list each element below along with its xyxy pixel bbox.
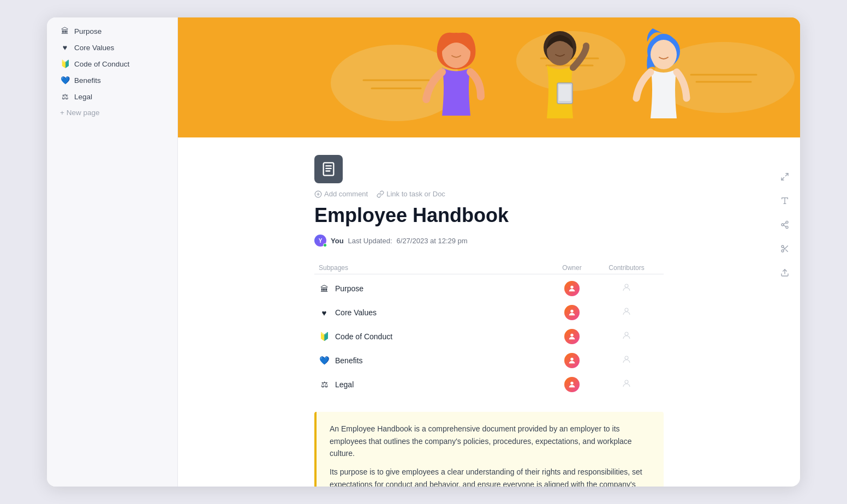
add-comment-label: Add comment (324, 190, 368, 198)
sidebar-item-code-of-conduct[interactable]: 🔰 Code of Conduct (51, 56, 173, 71)
info-paragraph-1: An Employee Handbook is a comprehensive … (330, 423, 651, 459)
subpage-label: Purpose (335, 284, 363, 293)
sidebar-label-purpose: Purpose (74, 27, 102, 35)
svg-line-44 (784, 223, 786, 224)
author-name: You (331, 237, 344, 245)
doc-area: Add comment Link to task or Doc Employee… (293, 155, 685, 487)
sidebar: 🏛 Purpose ♥ Core Values 🔰 Code of Conduc… (47, 17, 178, 487)
main-content: Add comment Link to task or Doc Employee… (178, 17, 800, 487)
sidebar-item-benefits[interactable]: 💙 Benefits (51, 73, 173, 88)
hero-illustration (178, 17, 800, 137)
svg-point-27 (625, 284, 628, 287)
contributor-placeholder (622, 379, 631, 391)
status-dot (323, 243, 327, 247)
svg-point-35 (625, 380, 628, 383)
share-icon[interactable] (778, 218, 791, 233)
subpage-name: ♥ Core Values (319, 308, 550, 317)
legal-icon: ⚖ (60, 92, 70, 101)
info-paragraph-2: Its purpose is to give employees a clear… (330, 466, 651, 487)
subpage-icon: 🏛 (319, 284, 330, 293)
contributor-placeholder (622, 331, 631, 343)
subpage-contributors (594, 355, 659, 367)
table-row[interactable]: 💙 Benefits (314, 349, 664, 373)
svg-point-18 (651, 40, 677, 69)
subpage-owner (550, 281, 594, 296)
add-comment-button[interactable]: Add comment (314, 190, 368, 198)
subpage-name: ⚖ Legal (319, 380, 550, 389)
contributor-placeholder (622, 283, 631, 295)
sidebar-label-benefits: Benefits (74, 76, 101, 85)
svg-line-48 (786, 250, 788, 252)
svg-point-16 (583, 43, 589, 49)
subpage-label: Legal (335, 380, 354, 389)
contributor-placeholder (622, 355, 631, 367)
svg-point-31 (625, 332, 628, 335)
svg-point-32 (570, 358, 573, 361)
sidebar-label-code-of-conduct: Code of Conduct (74, 60, 129, 68)
sidebar-label-legal: Legal (74, 93, 92, 101)
table-row[interactable]: ⚖ Legal (314, 373, 664, 397)
subpage-owner (550, 377, 594, 392)
contributors-col-header: Contributors (594, 264, 659, 272)
sidebar-label-core-values: Core Values (74, 44, 114, 52)
author-avatar: Y (314, 235, 326, 247)
subpage-icon: 🔰 (319, 332, 330, 341)
owner-avatar (564, 329, 580, 344)
svg-point-29 (625, 308, 628, 311)
table-row[interactable]: ♥ Core Values (314, 301, 664, 325)
subpage-owner (550, 329, 594, 344)
doc-icon-block (314, 155, 664, 183)
svg-line-43 (784, 225, 786, 227)
table-row[interactable]: 🏛 Purpose (314, 277, 664, 301)
new-page-button[interactable]: + New page (51, 105, 173, 120)
cut-icon[interactable] (778, 242, 791, 257)
doc-meta: Y You Last Updated: 6/27/2023 at 12:29 p… (314, 235, 664, 247)
purpose-icon: 🏛 (60, 27, 70, 35)
svg-point-26 (570, 286, 573, 289)
subpage-name: 🏛 Purpose (319, 284, 550, 293)
table-row[interactable]: 🔰 Code of Conduct (314, 325, 664, 349)
link-label: Link to task or Doc (386, 190, 445, 198)
svg-line-37 (782, 177, 784, 180)
svg-line-49 (783, 247, 785, 249)
sidebar-item-purpose[interactable]: 🏛 Purpose (51, 23, 173, 39)
upload-icon[interactable] (778, 266, 791, 281)
link-to-task-button[interactable]: Link to task or Doc (377, 190, 445, 198)
contributor-placeholder (622, 307, 631, 319)
subpages-rows: 🏛 Purpose ♥ Core Values (314, 277, 664, 397)
subpages-col-header: Subpages (319, 264, 550, 272)
doc-title: Employee Handbook (314, 203, 664, 227)
expand-icon[interactable] (778, 170, 791, 185)
last-updated-value: 6/27/2023 at 12:29 pm (397, 237, 468, 245)
subpage-owner (550, 305, 594, 320)
info-block: An Employee Handbook is a comprehensive … (314, 412, 664, 487)
typography-icon[interactable] (778, 194, 791, 209)
svg-point-28 (570, 310, 573, 313)
subpage-label: Core Values (335, 308, 377, 317)
svg-rect-15 (559, 85, 571, 101)
subpage-contributors (594, 379, 659, 391)
subpage-label: Benefits (335, 356, 363, 365)
subpages-header: Subpages Owner Contributors (314, 262, 664, 274)
owner-avatar (564, 305, 580, 320)
sidebar-item-core-values[interactable]: ♥ Core Values (51, 40, 173, 55)
new-page-label: + New page (60, 109, 99, 117)
doc-actions: Add comment Link to task or Doc (314, 190, 664, 198)
sidebar-item-legal[interactable]: ⚖ Legal (51, 89, 173, 104)
owner-avatar (564, 281, 580, 296)
owner-col-header: Owner (550, 264, 594, 272)
owner-avatar (564, 353, 580, 368)
svg-point-33 (625, 356, 628, 359)
svg-point-30 (570, 334, 573, 337)
subpage-owner (550, 353, 594, 368)
subpage-icon: 💙 (319, 356, 330, 365)
subpage-contributors (594, 307, 659, 319)
right-toolbar (778, 170, 791, 281)
subpage-contributors (594, 331, 659, 343)
last-updated-label: Last Updated: (348, 237, 392, 245)
subpage-name: 💙 Benefits (319, 356, 550, 365)
subpage-contributors (594, 283, 659, 295)
code-of-conduct-icon: 🔰 (60, 59, 70, 68)
subpages-table: Subpages Owner Contributors 🏛 Purpose (314, 262, 664, 397)
svg-point-34 (570, 382, 573, 385)
